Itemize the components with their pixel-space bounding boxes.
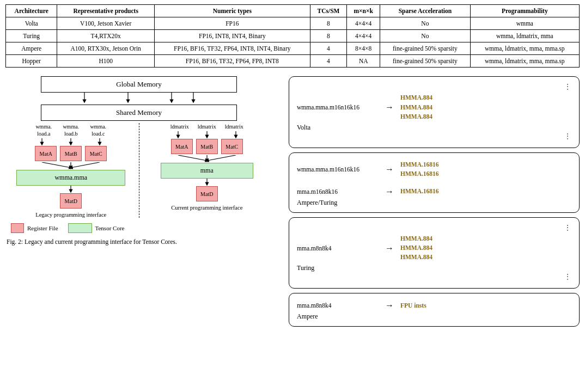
legend-pink-label: Register File: [27, 225, 58, 231]
table-row: VoltaV100, Jetson XavierFP1684×4×4Nowmma: [6, 17, 580, 30]
table-section: Architecture Representative products Num…: [0, 0, 585, 72]
bottom-section: Global Memory Shared Memory: [0, 72, 585, 331]
mat-d-right: MatD: [196, 186, 218, 201]
volta-dots-top: ⋮: [297, 82, 571, 91]
table-row: HopperH100FP16, BF16, TF32, FP64, FP8, I…: [6, 55, 580, 68]
load-arrows-left: [30, 138, 112, 146]
ampere-box: mma.m8n8k4 → FPU insts Ampere: [289, 293, 580, 327]
cell-2-6: wmma, ldmatrix, mma, mma.sp: [470, 42, 579, 55]
col-header-numeric: Numeric types: [155, 5, 310, 17]
cell-3-6: wmma, ldmatrix, mma, mma.sp: [470, 55, 579, 68]
sub-panels: wmma.load.a wmma.load.b wmma.load.c: [5, 123, 272, 218]
volta-arch-label: Volta: [297, 124, 571, 132]
cell-2-3: 4: [310, 42, 347, 55]
cell-0-1: V100, Jetson Xavier: [57, 17, 155, 30]
mat-boxes-left: MatA MatB MatC: [35, 146, 107, 161]
turing-rhs-2: HMMA.884: [400, 243, 432, 253]
cell-0-0: Volta: [6, 17, 57, 30]
legacy-label: Legacy programming interface: [35, 212, 106, 218]
ampere-rhs-col: FPU insts: [400, 301, 426, 310]
wmma-mma-box: wmma.mma: [16, 170, 125, 186]
col-header-arch: Architecture: [6, 5, 57, 17]
col-header-products: Representative products: [57, 5, 155, 17]
mat-a-left: MatA: [35, 146, 57, 161]
turing-arch-label: Turing: [297, 264, 571, 272]
right-diagram: ⋮ wmma.mma.m16n16k16 → HMMA.884 HMMA.884…: [289, 76, 580, 327]
ampere-turing-lhs-2: mma.m16n8k16: [297, 188, 379, 195]
ampere-lhs: mma.m8n8k4: [297, 302, 379, 309]
cell-3-5: fine-grained 50% sparsity: [380, 55, 470, 68]
load-label-c: wmma.load.c: [86, 123, 110, 137]
cell-1-5: No: [380, 30, 470, 42]
ampere-turing-arrow-1: →: [385, 164, 394, 174]
ampere-turing-instr-row-1: wmma.mma.m16n16k16 → HMMA.16816 HMMA.168…: [297, 160, 571, 179]
cell-1-2: FP16, INT8, INT4, Binary: [155, 30, 310, 42]
architecture-table: Architecture Representative products Num…: [5, 4, 580, 68]
cell-3-4: NA: [347, 55, 380, 68]
mat-boxes-right: MatA MatB MatC: [171, 139, 243, 154]
ampere-turing-rhs-1b: HMMA.16816: [400, 169, 439, 179]
ampere-turing-arch-label: Ampere/Turing: [297, 199, 571, 207]
left-diagram: Global Memory Shared Memory: [5, 76, 283, 327]
cell-2-4: 8×4×8: [347, 42, 380, 55]
volta-rhs-3: HMMA.884: [400, 112, 432, 121]
current-label: Current programming interface: [171, 205, 242, 211]
ampere-turing-lhs-1: wmma.mma.m16n16k16: [297, 166, 379, 173]
volta-arrow: →: [385, 102, 394, 112]
ampere-turing-rhs-col-1: HMMA.16816 HMMA.16816: [400, 160, 439, 179]
legend-green-box: [68, 223, 92, 233]
ampere-instr-row: mma.m8n8k4 → FPU insts: [297, 301, 571, 310]
svg-line-7: [42, 162, 71, 168]
mat-c-left: MatC: [85, 146, 107, 161]
turing-dots-top: ⋮: [297, 223, 571, 232]
load-label-b: wmma.load.b: [59, 123, 83, 137]
cell-1-6: wmma, ldmatrix, mma: [470, 30, 579, 42]
legend-register-file: Register File: [11, 223, 58, 233]
svg-line-16: [207, 155, 236, 161]
legend-green-label: Tensor Core: [95, 225, 125, 231]
global-memory-box: Global Memory: [41, 76, 237, 93]
ldmatrix-c: ldmatrix: [222, 123, 246, 130]
load-labels-left: wmma.load.a wmma.load.b wmma.load.c: [32, 123, 110, 137]
mat-b-left: MatB: [60, 146, 82, 161]
cell-0-4: 4×4×4: [347, 17, 380, 30]
cell-3-0: Hopper: [6, 55, 57, 68]
cell-2-2: FP16, BF16, TF32, FP64, INT8, INT4, Bina…: [155, 42, 310, 55]
turing-dots-bottom: ⋮: [297, 272, 571, 281]
col-header-sparse: Sparse Acceleration: [380, 5, 470, 17]
cell-1-4: 4×4×4: [347, 30, 380, 42]
col-header-mnk: m×n×k: [347, 5, 380, 17]
cell-1-1: T4,RTX20x: [57, 30, 155, 42]
volta-rhs-col: HMMA.884 HMMA.884 HMMA.884: [400, 93, 432, 121]
turing-rhs-col: HMMA.884 HMMA.884 HMMA.884: [400, 234, 432, 262]
volta-lhs: wmma.mma.m16n16k16: [297, 104, 379, 111]
green-to-matd-left: [30, 186, 112, 193]
turing-box: ⋮ mma.m8n8k4 → HMMA.884 HMMA.884 HMMA.88…: [289, 217, 580, 289]
cell-3-1: H100: [57, 55, 155, 68]
green-to-matd-right: [166, 179, 248, 186]
table-row: AmpereA100, RTX30x, Jetson OrinFP16, BF1…: [6, 42, 580, 55]
turing-instr-row: mma.m8n8k4 → HMMA.884 HMMA.884 HMMA.884: [297, 234, 571, 262]
volta-rhs-1: HMMA.884: [400, 93, 432, 102]
volta-rhs-2: HMMA.884: [400, 103, 432, 112]
turing-arrow: →: [385, 243, 394, 253]
cell-0-2: FP16: [155, 17, 310, 30]
mat-to-green-right: [166, 155, 248, 163]
ampere-rhs-1: FPU insts: [400, 301, 426, 310]
mat-b-right: MatB: [196, 139, 218, 154]
legacy-panel: wmma.load.a wmma.load.b wmma.load.c: [5, 123, 139, 218]
col-header-prog: Programmability: [470, 5, 579, 17]
mat-a-right: MatA: [171, 139, 193, 154]
volta-dots-bottom: ⋮: [297, 132, 571, 141]
svg-line-14: [178, 155, 207, 161]
table-row: TuringT4,RTX20xFP16, INT8, INT4, Binary8…: [6, 30, 580, 42]
diagram-legend: Register File Tensor Core: [5, 223, 283, 233]
ldmatrix-b: ldmatrix: [195, 123, 219, 130]
global-to-shared-arrows: [41, 93, 237, 105]
legend-tensor-core: Tensor Core: [68, 223, 125, 233]
ampere-turing-rhs-col-2: HMMA.16816: [400, 187, 439, 196]
cell-1-3: 8: [310, 30, 347, 42]
cell-2-1: A100, RTX30x, Jetson Orin: [57, 42, 155, 55]
mat-to-green-arrows-left: [30, 162, 112, 170]
cell-0-6: wmma: [470, 17, 579, 30]
